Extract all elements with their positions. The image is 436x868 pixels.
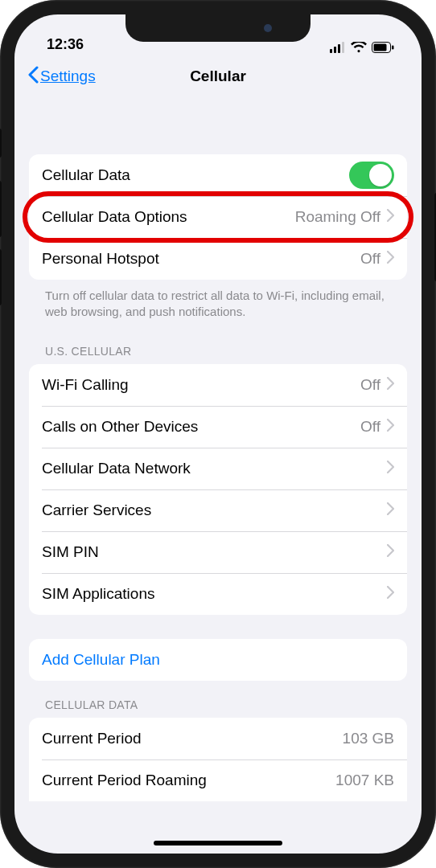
- row-carrier-services[interactable]: Carrier Services: [29, 489, 407, 531]
- row-label: Current Period Roaming: [42, 772, 335, 789]
- chevron-right-icon: [387, 586, 394, 602]
- row-current-period[interactable]: Current Period 103 GB: [29, 718, 407, 760]
- chevron-right-icon: [387, 251, 394, 267]
- row-label: Current Period: [42, 730, 343, 747]
- row-cellular-data-options[interactable]: Cellular Data Options Roaming Off: [29, 196, 407, 238]
- row-sim-applications[interactable]: SIM Applications: [29, 573, 407, 615]
- group-footer-text: Turn off cellular data to restrict all d…: [29, 280, 407, 321]
- row-value: Off: [360, 376, 380, 394]
- row-value: Roaming Off: [295, 208, 380, 226]
- battery-icon: [372, 42, 394, 53]
- row-label: Cellular Data Network: [42, 460, 387, 477]
- row-personal-hotspot[interactable]: Personal Hotspot Off: [29, 238, 407, 280]
- group-carrier: Wi-Fi Calling Off Calls on Other Devices…: [29, 364, 407, 615]
- cellular-signal-icon: [330, 42, 346, 53]
- svg-rect-5: [374, 44, 387, 51]
- group-add-plan: Add Cellular Plan: [29, 639, 407, 681]
- row-label: Carrier Services: [42, 502, 387, 519]
- section-header-usage: CELLULAR DATA: [29, 681, 407, 718]
- row-value: Off: [360, 418, 380, 436]
- chevron-right-icon: [387, 461, 394, 477]
- svg-rect-6: [392, 46, 394, 50]
- wifi-icon: [351, 42, 367, 53]
- row-link-label: Add Cellular Plan: [42, 651, 160, 669]
- chevron-right-icon: [387, 419, 394, 435]
- row-label: SIM Applications: [42, 585, 387, 603]
- svg-rect-2: [338, 44, 340, 53]
- device-notch: [125, 14, 311, 42]
- row-add-cellular-plan[interactable]: Add Cellular Plan: [29, 639, 407, 681]
- row-value: 103 GB: [343, 730, 394, 747]
- back-button[interactable]: Settings: [27, 66, 96, 88]
- row-label: Personal Hotspot: [42, 250, 360, 268]
- row-calls-other-devices[interactable]: Calls on Other Devices Off: [29, 406, 407, 448]
- chevron-right-icon: [387, 544, 394, 560]
- row-cellular-data-network[interactable]: Cellular Data Network: [29, 448, 407, 489]
- chevron-right-icon: [387, 209, 394, 225]
- row-sim-pin[interactable]: SIM PIN: [29, 531, 407, 573]
- chevron-right-icon: [387, 377, 394, 393]
- row-current-period-roaming[interactable]: Current Period Roaming 1007 KB: [29, 760, 407, 801]
- row-label: Cellular Data: [42, 166, 349, 184]
- cellular-data-toggle[interactable]: [349, 162, 394, 189]
- svg-rect-3: [342, 42, 344, 53]
- status-time: 12:36: [42, 36, 84, 53]
- row-value: 1007 KB: [335, 772, 394, 789]
- chevron-left-icon: [27, 66, 39, 88]
- chevron-right-icon: [387, 502, 394, 518]
- page-title: Cellular: [190, 68, 246, 85]
- row-label: Calls on Other Devices: [42, 418, 360, 436]
- row-cellular-data[interactable]: Cellular Data: [29, 154, 407, 196]
- svg-rect-0: [330, 49, 332, 53]
- home-indicator[interactable]: [154, 841, 282, 845]
- group-cellular-main: Cellular Data Cellular Data Options Roam…: [29, 154, 407, 280]
- group-usage: Current Period 103 GB Current Period Roa…: [29, 718, 407, 801]
- svg-rect-1: [334, 47, 336, 53]
- back-label: Settings: [40, 68, 96, 85]
- navigation-bar: Settings Cellular: [14, 55, 422, 98]
- row-label: Wi-Fi Calling: [42, 376, 360, 394]
- row-value: Off: [360, 250, 380, 268]
- row-label: SIM PIN: [42, 543, 387, 561]
- row-wifi-calling[interactable]: Wi-Fi Calling Off: [29, 364, 407, 406]
- row-label: Cellular Data Options: [42, 208, 295, 226]
- section-header-carrier: U.S. CELLULAR: [29, 321, 407, 364]
